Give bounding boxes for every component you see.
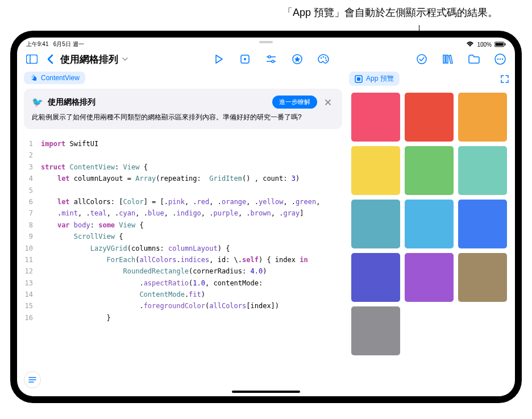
- code-content[interactable]: ForEach(allColors.indices, id: \.self) {…: [41, 254, 342, 265]
- run-button[interactable]: [211, 51, 227, 67]
- color-tile[interactable]: [405, 93, 454, 142]
- code-line[interactable]: 15 .foregroundColor(allColors[index]): [24, 300, 342, 312]
- color-tile[interactable]: [405, 200, 454, 248]
- check-circle-icon[interactable]: [414, 51, 430, 67]
- ipad-device-frame: 上午9:41 6月5日 週一 100% 使用網格排列: [10, 31, 522, 403]
- sidebar-toggle-icon[interactable]: [24, 51, 40, 67]
- color-tile[interactable]: [351, 306, 400, 355]
- battery-percent: 100%: [477, 42, 492, 48]
- line-number: 9: [24, 231, 41, 242]
- code-line[interactable]: 4 let columnLayout = Array(repeating: Gr…: [24, 173, 342, 184]
- svg-point-16: [417, 55, 426, 64]
- color-grid: [351, 93, 507, 355]
- color-tile[interactable]: [351, 146, 400, 195]
- page-title[interactable]: 使用網格排列: [60, 53, 118, 66]
- code-content[interactable]: ScrollView {: [41, 231, 342, 242]
- svg-point-8: [268, 56, 271, 58]
- code-content[interactable]: }: [41, 312, 342, 323]
- code-content[interactable]: [41, 150, 342, 161]
- app-preview-chip[interactable]: App 預覽: [349, 72, 400, 86]
- code-line[interactable]: 5: [24, 185, 342, 196]
- favorites-icon[interactable]: [289, 51, 305, 67]
- code-line[interactable]: 2: [24, 150, 342, 161]
- code-line[interactable]: 10 LazyVGrid(columns: columnLayout) {: [24, 243, 342, 254]
- caption-text: 「App 預覽」會自動於左側顯示程式碼的結果。: [0, 0, 532, 19]
- file-chip[interactable]: ContentView: [24, 72, 85, 84]
- code-content[interactable]: var body: some View {: [41, 219, 342, 231]
- code-line[interactable]: 8 var body: some View {: [24, 219, 342, 231]
- drag-handle: [259, 41, 273, 43]
- code-content[interactable]: import SwiftUI: [41, 138, 342, 150]
- line-number: 16: [24, 312, 41, 323]
- close-intro-button[interactable]: [322, 98, 334, 106]
- chevron-down-icon[interactable]: [122, 57, 128, 61]
- stop-button[interactable]: [237, 51, 253, 67]
- code-content[interactable]: .foregroundColor(allColors[index]): [41, 300, 342, 312]
- code-line[interactable]: 6 let allColors: [Color] = [.pink, .red,…: [24, 196, 342, 208]
- line-number: 5: [24, 185, 41, 196]
- code-line[interactable]: 3struct ContentView: View {: [24, 161, 342, 173]
- content-area: ContentView 🐦 使用網格排列 進一步瞭解 此範例展示了如何使用兩種不…: [17, 72, 515, 396]
- line-number: 3: [24, 161, 41, 173]
- line-number: 1: [24, 138, 41, 150]
- code-editor[interactable]: 1import SwiftUI23struct ContentView: Vie…: [24, 134, 342, 396]
- svg-point-20: [497, 59, 498, 60]
- svg-point-13: [323, 56, 324, 57]
- code-line[interactable]: 1import SwiftUI: [24, 138, 342, 150]
- code-line[interactable]: 12 RoundedRectangle(cornerRadius: 4.0): [24, 265, 342, 277]
- expand-icon[interactable]: [500, 74, 509, 84]
- color-tile[interactable]: [351, 93, 400, 142]
- line-number: 15: [24, 300, 41, 312]
- code-content[interactable]: let columnLayout = Array(repeating: Grid…: [41, 173, 342, 184]
- code-content[interactable]: [41, 185, 342, 196]
- home-indicator[interactable]: [232, 391, 300, 393]
- color-tile[interactable]: [351, 253, 400, 302]
- code-content[interactable]: struct ContentView: View {: [41, 161, 342, 173]
- status-date: 6月5日 週一: [53, 41, 84, 47]
- more-menu-icon[interactable]: [492, 51, 508, 67]
- quick-actions-button[interactable]: [24, 371, 41, 388]
- svg-rect-18: [446, 55, 448, 63]
- color-tile[interactable]: [458, 146, 507, 195]
- line-number: 6: [24, 196, 41, 208]
- svg-point-10: [272, 60, 274, 63]
- code-editor-pane: ContentView 🐦 使用網格排列 進一步瞭解 此範例展示了如何使用兩種不…: [17, 72, 347, 396]
- color-tile[interactable]: [405, 146, 454, 195]
- code-content[interactable]: LazyVGrid(columns: columnLayout) {: [41, 243, 342, 254]
- code-line[interactable]: 13 .aspectRatio(1.0, contentMode:: [24, 277, 342, 289]
- svg-point-12: [321, 57, 322, 59]
- color-tile[interactable]: [458, 253, 507, 302]
- svg-rect-17: [443, 55, 445, 63]
- svg-rect-1: [496, 43, 504, 46]
- code-content[interactable]: .aspectRatio(1.0, contentMode:: [41, 277, 342, 289]
- code-content[interactable]: .mint, .teal, .cyan, .blue, .indigo, .pu…: [41, 208, 342, 219]
- back-button[interactable]: [44, 54, 56, 64]
- code-content[interactable]: ContentMode.fit): [41, 289, 342, 300]
- color-tile[interactable]: [351, 200, 400, 248]
- code-line[interactable]: 16 }: [24, 312, 342, 323]
- code-line[interactable]: 9 ScrollView {: [24, 231, 342, 242]
- svg-point-15: [326, 60, 327, 61]
- folder-icon[interactable]: [466, 51, 482, 67]
- settings-sliders-icon[interactable]: [263, 51, 279, 67]
- color-tile[interactable]: [458, 93, 507, 142]
- app-preview-icon: [355, 75, 363, 83]
- status-bar: 上午9:41 6月5日 週一 100%: [17, 38, 515, 49]
- wifi-icon: [466, 42, 474, 47]
- swift-icon: [30, 74, 38, 82]
- code-content[interactable]: RoundedRectangle(cornerRadius: 4.0): [41, 265, 342, 277]
- library-icon[interactable]: [440, 51, 456, 67]
- code-line[interactable]: 7 .mint, .teal, .cyan, .blue, .indigo, .…: [24, 208, 342, 219]
- color-tile[interactable]: [458, 200, 507, 248]
- svg-point-21: [500, 59, 501, 60]
- line-number: 4: [24, 173, 41, 184]
- code-line[interactable]: 14 ContentMode.fit): [24, 289, 342, 300]
- file-chip-label: ContentView: [41, 74, 80, 82]
- code-line[interactable]: 11 ForEach(allColors.indices, id: \.self…: [24, 254, 342, 265]
- learn-more-button[interactable]: 進一步瞭解: [272, 96, 317, 109]
- code-content[interactable]: let allColors: [Color] = [.pink, .red, .…: [41, 196, 342, 208]
- color-palette-icon[interactable]: [315, 51, 331, 67]
- swift-bird-icon: 🐦: [32, 97, 43, 108]
- color-tile[interactable]: [405, 253, 454, 302]
- line-number: 13: [24, 277, 41, 289]
